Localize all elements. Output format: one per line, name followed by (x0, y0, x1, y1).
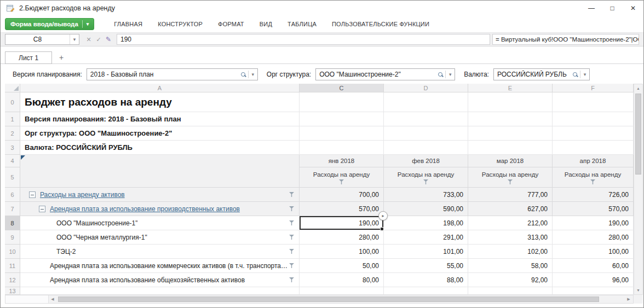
empty-cell[interactable] (384, 92, 468, 112)
fill-handle[interactable] (380, 227, 384, 231)
empty-cell[interactable] (300, 112, 384, 126)
value-cell[interactable]: 102,00 (468, 245, 553, 259)
filter-icon[interactable] (339, 179, 344, 184)
empty-cell[interactable] (300, 92, 384, 112)
empty-cell[interactable] (300, 141, 384, 155)
filter-icon[interactable] (508, 179, 513, 184)
value-cell[interactable]: 777,00 (468, 188, 553, 202)
value-cell[interactable]: 88,00 (384, 273, 468, 287)
chevron-down-icon[interactable]: ▾ (446, 72, 455, 77)
value-cell[interactable]: 280,00 (553, 230, 634, 245)
minimize-button[interactable]: — (581, 1, 602, 16)
sheet-tab[interactable]: Лист 1 (5, 51, 52, 64)
measure-header[interactable]: Расходы на аренду (384, 167, 468, 188)
empty-cell[interactable] (553, 287, 634, 295)
empty-cell[interactable] (300, 126, 384, 141)
vertical-scroll-thumb[interactable] (635, 94, 641, 175)
collapse-minus-icon[interactable] (29, 191, 36, 198)
empty-cell[interactable] (300, 287, 384, 295)
value-cell[interactable]: 190,00 (553, 216, 634, 230)
filter-icon[interactable] (289, 206, 294, 211)
row-header[interactable]: 10 (5, 245, 20, 259)
value-cell[interactable]: 96,00 (553, 273, 634, 287)
row-label-cell[interactable]: Арендная плата за использование общехозя… (20, 273, 300, 287)
row-header[interactable]: 4 (5, 155, 20, 167)
value-cell[interactable]: 60,00 (553, 259, 634, 273)
collapse-minus-icon[interactable] (39, 206, 45, 212)
add-sheet-button[interactable]: + (52, 51, 71, 63)
value-cell[interactable]: 80,00 (300, 273, 384, 287)
pivot-corner-cell[interactable] (20, 155, 300, 167)
column-header-C[interactable]: C (300, 84, 384, 92)
row-label[interactable]: Расходы на аренду активов (40, 191, 125, 199)
filter-icon[interactable] (289, 277, 294, 282)
chevron-down-icon[interactable]: ▾ (580, 72, 589, 77)
cancel-icon[interactable]: ✕ (84, 36, 94, 43)
row-header[interactable]: 8 (5, 216, 20, 230)
row-label-cell[interactable]: Расходы на аренду активов (20, 188, 300, 202)
value-cell[interactable]: 190,00▸ (300, 216, 384, 230)
filter-icon[interactable] (423, 179, 428, 184)
scroll-left-icon[interactable]: ◀ (48, 295, 57, 303)
empty-cell[interactable] (553, 92, 634, 112)
scroll-up-icon[interactable]: ▲ (634, 84, 642, 92)
empty-cell[interactable] (468, 92, 553, 112)
empty-cell[interactable] (384, 141, 468, 155)
smart-tag-button[interactable]: ▸ (378, 211, 388, 220)
ribbon-tab[interactable]: ВИД (252, 16, 280, 32)
empty-cell[interactable] (553, 126, 634, 141)
value-cell[interactable]: 50,00 (300, 259, 384, 273)
maximize-button[interactable]: □ (602, 1, 623, 16)
row-label-cell[interactable]: ООО "Машиностроение-1" (20, 216, 300, 230)
value-cell[interactable]: 570,00 (300, 202, 384, 216)
search-icon[interactable] (570, 69, 580, 80)
function-icon[interactable]: ✎ (104, 36, 113, 43)
value-cell[interactable]: 198,00 (384, 216, 468, 230)
value-cell[interactable]: 100,00 (553, 245, 634, 259)
row-header[interactable]: 7 (5, 202, 20, 216)
ribbon-tab[interactable]: ПОЛЬЗОВАТЕЛЬСКИЕ ФУНКЦИИ (324, 16, 437, 32)
value-cell[interactable]: 58,00 (468, 259, 553, 273)
measure-header[interactable]: Расходы на аренду (553, 167, 634, 188)
value-cell[interactable]: 92,00 (468, 273, 553, 287)
row-header[interactable]: 1 (5, 112, 20, 126)
ribbon-tab[interactable]: ТАБЛИЦА (280, 16, 324, 32)
currency-combo[interactable]: РОССИЙСКИЙ РУБЛЬ ▾ (493, 68, 590, 80)
filter-icon[interactable] (289, 192, 294, 197)
ribbon-tab[interactable]: КОНСТРУКТОР (150, 16, 210, 32)
empty-cell[interactable] (468, 126, 553, 141)
row-header[interactable]: 6 (5, 188, 20, 202)
empty-cell[interactable] (468, 141, 553, 155)
horizontal-scrollbar[interactable]: ◀ ▶ (5, 295, 634, 304)
value-cell[interactable]: 55,00 (384, 259, 468, 273)
value-cell[interactable]: 212,00 (468, 216, 553, 230)
column-header-F[interactable]: F (553, 84, 634, 92)
filter-icon[interactable] (289, 249, 294, 254)
filter-icon[interactable] (590, 179, 595, 184)
empty-cell[interactable] (468, 112, 553, 126)
row-header[interactable]: 5 (5, 167, 20, 188)
empty-cell[interactable] (384, 112, 468, 126)
empty-cell[interactable] (553, 112, 634, 126)
measure-header[interactable]: Расходы на аренду (300, 167, 384, 188)
confirm-icon[interactable]: ✓ (94, 36, 104, 43)
row-header[interactable]: 9 (5, 230, 20, 245)
info-cell[interactable]: Валюта: РОССИЙСКИЙ РУБЛЬ (20, 141, 300, 155)
chevron-down-icon[interactable]: ▾ (70, 34, 79, 44)
empty-cell[interactable] (553, 141, 634, 155)
cell-reference-box[interactable]: C8 ▾ (5, 34, 79, 45)
ribbon-tab[interactable]: ГЛАВНАЯ (106, 16, 150, 32)
value-cell[interactable]: 313,00 (468, 230, 553, 245)
row-label-cell[interactable]: Арендная плата за использование коммерче… (20, 259, 300, 273)
scroll-right-icon[interactable]: ▶ (624, 295, 633, 303)
row-label-cell[interactable]: ООО "Черная металлургия-1" (20, 230, 300, 245)
filter-icon[interactable] (289, 263, 294, 268)
filter-icon[interactable] (289, 235, 294, 240)
value-cell[interactable]: 726,00 (553, 188, 634, 202)
column-header-D[interactable]: D (384, 84, 468, 92)
chevron-down-icon[interactable]: ▾ (249, 72, 257, 77)
value-cell[interactable]: 570,00 (553, 202, 634, 216)
empty-cell[interactable] (384, 287, 468, 295)
month-header[interactable]: мар 2018 (468, 155, 553, 167)
column-header-E[interactable]: E (468, 84, 553, 92)
